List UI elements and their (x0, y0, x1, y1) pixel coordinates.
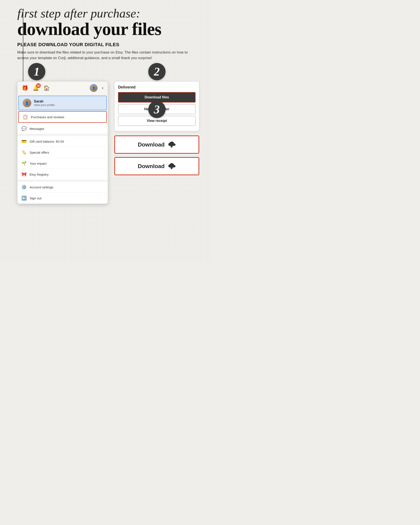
menu-item-label-registry: Etsy Registry (29, 173, 48, 176)
menu-item-registry[interactable]: 🎀 Etsy Registry (18, 169, 108, 180)
download-cloud-icon-2 (167, 162, 176, 170)
menu-item-label-settings: Account settings (29, 185, 53, 189)
gift-icon: 🎁 (22, 85, 28, 91)
menu-item-label-impact: Your impact (29, 162, 47, 165)
credit-card-icon: 💳 (21, 139, 27, 144)
menu-profile-item[interactable]: 👤 Sarah View your profile (18, 96, 107, 110)
menu-item-giftcard[interactable]: 💳 Gift card balance: €0.00 (18, 136, 108, 147)
profile-avatar-icon: 👤 (25, 101, 29, 105)
download-label-2: Download (138, 163, 164, 170)
step-2-bubble: 2 (148, 63, 166, 80)
menu-item-label-offers: Special offers (29, 151, 49, 154)
menu-item-label-signout: Sign out (29, 196, 41, 200)
impact-icon: 🌱 (21, 161, 27, 166)
menu-item-label-giftcard: Gift card balance: €0.00 (29, 140, 64, 143)
profile-link: View your profile (34, 103, 55, 107)
download-button-2[interactable]: Download (115, 157, 199, 175)
house-icon: 🏠 (43, 85, 50, 91)
etsy-toolbar: 🎁 🔔 50 🏠 👤 ▾ (18, 82, 108, 95)
signout-icon: ⬅️ (21, 196, 27, 201)
svg-marker-3 (170, 168, 173, 169)
download-label-1: Download (138, 141, 164, 148)
menu-item-signout[interactable]: ⬅️ Sign out (18, 193, 108, 204)
profile-avatar: 👤 (23, 99, 31, 107)
cursive-title: first step after purchase: (17, 7, 201, 20)
etsy-avatar: 👤 (90, 84, 97, 92)
download-cloud-icon-1 (167, 141, 176, 148)
menu-item-label-messages: Messages (29, 127, 44, 131)
menu-item-messages[interactable]: 💬 Messages (18, 123, 108, 134)
menu-items-list: 📋 Purchases and reviews 💬 Messages 💳 (18, 111, 108, 204)
message-icon: 💬 (21, 126, 27, 131)
download-buttons-section: Download Download (115, 136, 199, 175)
step-3-bubble: 3 (148, 101, 166, 118)
description-heading: PLEASE DOWNLOAD YOUR DIGITAL FILES (17, 42, 196, 47)
notification-badge: 50 (36, 83, 41, 88)
step-1-bubble: 1 (28, 63, 45, 80)
avatar-initial: 👤 (92, 86, 95, 90)
svg-marker-1 (170, 146, 173, 148)
description-section: PLEASE DOWNLOAD YOUR DIGITAL FILES Make … (15, 38, 199, 63)
menu-item-account-settings[interactable]: ⚙️ Account settings (18, 182, 108, 193)
menu-item-impact[interactable]: 🌱 Your impact (18, 158, 108, 169)
dropdown-arrow-icon: ▾ (102, 86, 103, 90)
menu-divider-2 (18, 180, 108, 182)
header-section: first step after purchase: download your… (15, 4, 201, 38)
steps-container: 1 🎁 🔔 50 🏠 (15, 67, 201, 204)
step-1-container: 1 🎁 🔔 50 🏠 (17, 67, 108, 204)
profile-info: Sarah View your profile (34, 100, 55, 107)
profile-name: Sarah (34, 100, 55, 103)
delivered-status-label: Delivered (118, 85, 196, 90)
settings-icon: ⚙️ (21, 185, 27, 190)
menu-item-special-offers[interactable]: 🏷️ Special offers (18, 147, 108, 158)
download-button-1[interactable]: Download (115, 136, 199, 154)
menu-item-purchases[interactable]: 📋 Purchases and reviews (18, 111, 107, 123)
registry-icon: 🎀 (21, 172, 27, 177)
menu-divider (18, 134, 108, 136)
clipboard-icon: 📋 (23, 114, 28, 120)
menu-item-label-purchases: Purchases and reviews (31, 115, 64, 119)
etsy-menu-mock: 🎁 🔔 50 🏠 👤 ▾ (17, 81, 108, 204)
step-2-3-container: 2 Delivered Download files Help with ord… (115, 67, 199, 175)
main-title: download your files (17, 20, 201, 38)
notification-bell: 🔔 50 (33, 85, 39, 91)
tag-icon: 🏷️ (21, 150, 27, 155)
description-body: Make sure to download the files related … (17, 50, 196, 61)
